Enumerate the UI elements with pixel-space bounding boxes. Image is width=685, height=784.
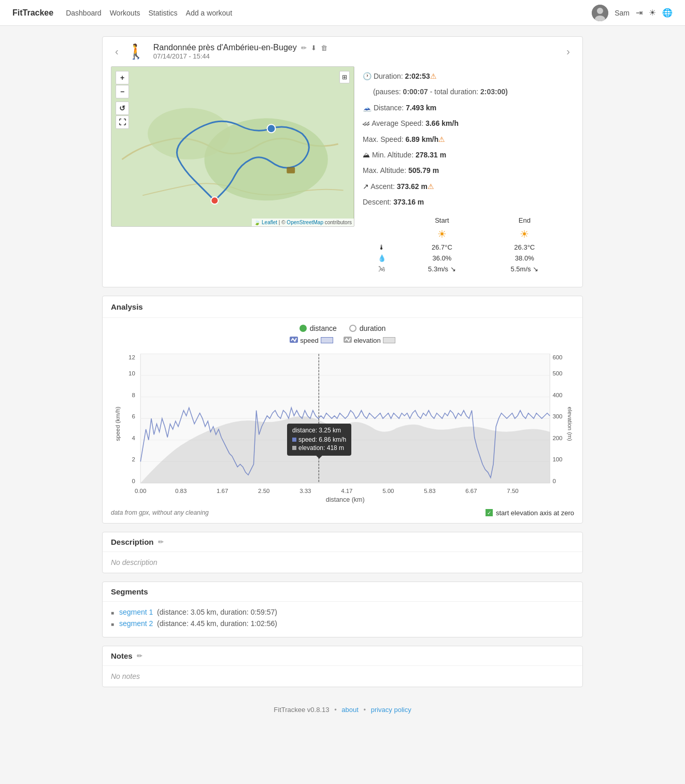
weather-condition-row: ☀ ☀ [363, 226, 566, 242]
workout-card: ‹ 🚶 Randonnée près d'Ambérieu-en-Bugey ✏… [102, 36, 583, 287]
zoom-out-button[interactable]: − [116, 85, 129, 98]
username-label: Sam [615, 9, 630, 17]
distance-value: 7.493 km [406, 104, 436, 112]
leaflet-link[interactable]: 🍃 Leaflet [254, 220, 277, 225]
avg-speed-value: 3.66 km/h [425, 119, 459, 127]
elevation-axis-checkbox-row: ✓ start elevation axis at zero [486, 509, 574, 517]
elevation-axis-label: start elevation axis at zero [496, 509, 574, 517]
speed-icon: 🏎 [363, 119, 370, 127]
workout-title-block: Randonnée près d'Ambérieu-en-Bugey ✏ ⬇ 🗑… [153, 43, 327, 60]
altitude-icon: ⛰ [363, 151, 370, 159]
svg-text:12: 12 [129, 354, 135, 360]
svg-text:4.17: 4.17 [341, 487, 352, 493]
map-layers-button[interactable]: ⊞ [339, 71, 350, 83]
stats-panel: 🕐 Duration: 2:02:53⚠ (pauses: 0:00:07 - … [354, 66, 574, 279]
weather-data-table: Start End ☀ ☀ 🌡 [363, 214, 566, 274]
weather-start-icon: ☀ [401, 226, 483, 242]
max-speed-value: 6.89 km/h [406, 135, 439, 143]
footer-privacy-link[interactable]: privacy policy [371, 706, 411, 714]
delete-workout-icon[interactable]: 🗑 [321, 44, 327, 52]
nav-add-workout[interactable]: Add a workout [186, 7, 233, 19]
svg-text:0.00: 0.00 [135, 487, 146, 493]
chart-data-note: data from gpx, without any cleaning [111, 509, 209, 516]
analysis-chart[interactable]: 0 2 4 6 8 10 12 speed (km/h) 0 100 200 3… [111, 349, 574, 504]
weather-start-header: Start [401, 214, 483, 226]
map-attribution: 🍃 Leaflet | © OpenStreetMap contributors [252, 219, 354, 226]
edit-notes-icon[interactable]: ✏ [137, 652, 142, 660]
prev-workout-arrow[interactable]: ‹ [111, 43, 123, 60]
svg-text:speed (km/h): speed (km/h) [115, 406, 121, 441]
duration-label: Duration: [374, 72, 403, 80]
elevation-legend-box [383, 337, 395, 343]
nav-dashboard[interactable]: Dashboard [66, 7, 102, 19]
edit-description-icon[interactable]: ✏ [158, 538, 164, 546]
download-workout-icon[interactable]: ⬇ [311, 44, 317, 52]
description-card: Description ✏ No description [102, 532, 583, 573]
theme-icon[interactable]: ☀ [649, 8, 656, 18]
duration-radio-button[interactable] [349, 325, 356, 332]
total-duration-label: - total duration: [430, 88, 478, 96]
duration-radio-group: duration [349, 324, 386, 332]
segment-2-link[interactable]: segment 2 [119, 619, 153, 628]
avg-speed-stat: 🏎 Average Speed: 3.66 km/h [363, 118, 566, 129]
avatar[interactable] [592, 5, 608, 21]
nav-workouts[interactable]: Workouts [110, 7, 140, 19]
edit-workout-icon[interactable]: ✏ [301, 44, 307, 52]
analysis-body: distance duration speed [103, 318, 582, 523]
chart-radio-controls: distance duration [111, 324, 574, 332]
svg-text:5.83: 5.83 [424, 487, 435, 493]
speed-legend-label: speed [300, 337, 318, 344]
duration-value: 2:02:53 [405, 72, 430, 80]
avg-speed-label: Average Speed: [372, 119, 423, 127]
svg-text:0: 0 [552, 477, 555, 484]
elevation-axis-checkbox[interactable]: ✓ [486, 509, 493, 516]
description-body: No description [103, 552, 582, 573]
pauses-label: (pauses: [373, 88, 401, 96]
humidity-icon: 💧 [363, 253, 401, 264]
language-icon[interactable]: 🌐 [662, 8, 673, 18]
duration-icon: 🕐 [363, 72, 372, 80]
weather-end-header: End [483, 214, 566, 226]
map-placeholder: + − ↺ ⛶ ⊞ 🍃 Leaflet | © OpenStreetMap co… [111, 67, 354, 226]
notes-body: No notes [103, 666, 582, 687]
osm-link[interactable]: OpenStreetMap [287, 220, 323, 225]
svg-text:6.67: 6.67 [465, 487, 477, 493]
max-speed-stat: Max. Speed: 6.89 km/h⚠ [363, 134, 566, 145]
svg-text:400: 400 [552, 391, 562, 398]
ascent-value: 373.62 m [397, 182, 427, 191]
chart-wrapper: 0 2 4 6 8 10 12 speed (km/h) 0 100 200 3… [111, 349, 574, 506]
elevation-checkbox[interactable] [344, 337, 352, 344]
weather-start-wind: 5.3m/s ↘ [401, 264, 483, 274]
segments-title: Segments [111, 587, 148, 596]
footer-dot-2: • [363, 706, 366, 714]
recenter-button[interactable]: ↺ [116, 101, 129, 115]
footer-about-link[interactable]: about [341, 706, 359, 714]
nav-statistics[interactable]: Statistics [149, 7, 178, 19]
max-alt-stat: Max. Altitude: 505.79 m [363, 165, 566, 176]
page-footer: FitTrackee v0.8.13 • about • privacy pol… [0, 698, 685, 722]
svg-point-1 [597, 8, 603, 14]
distance-radio-button[interactable] [299, 325, 307, 332]
weather-wind-row: 🌬 5.3m/s ↘ 5.5m/s ↘ [363, 264, 566, 274]
svg-text:2.50: 2.50 [258, 487, 269, 493]
notes-content: No notes [111, 672, 140, 680]
svg-text:10: 10 [129, 370, 135, 376]
ascent-label: Ascent: [370, 182, 395, 191]
distance-radio-group: distance [299, 324, 337, 332]
descent-stat: Descent: 373.16 m [363, 196, 566, 208]
weather-start-humidity: 36.0% [401, 253, 483, 264]
map-container[interactable]: + − ↺ ⛶ ⊞ 🍃 Leaflet | © OpenStreetMap co… [111, 66, 354, 227]
svg-text:3.33: 3.33 [299, 487, 311, 493]
speed-checkbox[interactable] [290, 337, 298, 344]
svg-text:6: 6 [132, 413, 135, 419]
logout-icon[interactable]: ⇥ [636, 8, 643, 18]
navbar: FitTrackee Dashboard Workouts Statistics… [0, 0, 685, 26]
svg-text:100: 100 [552, 456, 562, 462]
fullscreen-button[interactable]: ⛶ [116, 115, 129, 129]
svg-rect-8 [287, 167, 295, 173]
brand-link[interactable]: FitTrackee [12, 8, 53, 18]
pauses-value: 0:00:07 [403, 88, 428, 96]
segment-1-link[interactable]: segment 1 [119, 608, 153, 616]
zoom-in-button[interactable]: + [116, 71, 129, 84]
next-workout-arrow[interactable]: › [562, 43, 574, 60]
